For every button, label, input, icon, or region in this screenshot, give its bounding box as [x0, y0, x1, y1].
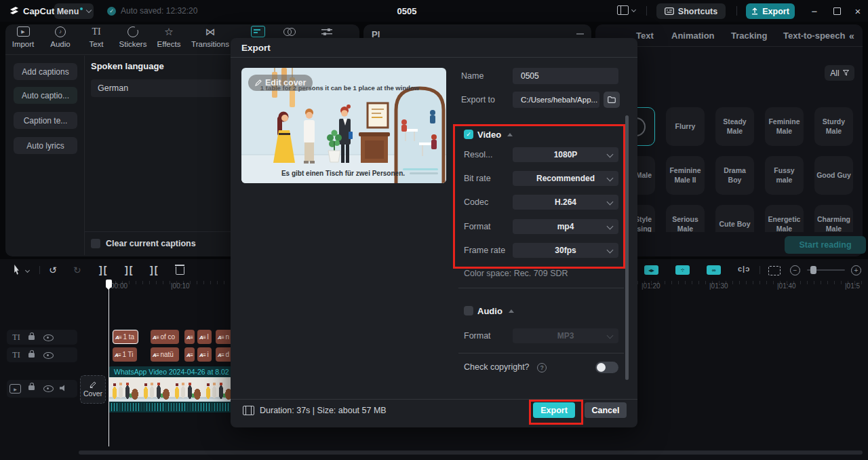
lock-icon[interactable] — [28, 349, 35, 358]
cover-bottom-caption: Es gibt einen Tisch für zwei Personen. — [281, 170, 405, 177]
voice-filter-button[interactable]: All — [825, 65, 854, 81]
name-input[interactable]: 0505 — [513, 68, 618, 84]
preview-frame-icon[interactable] — [768, 266, 781, 275]
collapse-panel-icon[interactable]: « — [849, 31, 854, 41]
tab-tracking[interactable]: Tracking — [731, 31, 767, 41]
sidebar-item-auto-captions[interactable]: Auto captio... — [14, 87, 77, 104]
menu-button[interactable]: Menu — [54, 3, 94, 19]
browse-folder-button[interactable] — [604, 92, 620, 108]
sidebar-item-add-captions[interactable]: Add captions — [14, 63, 77, 80]
toolbar-transitions[interactable]: ⋈ Transitions — [192, 26, 229, 48]
delete-left-icon[interactable]: ][ — [125, 265, 134, 275]
caption-segment[interactable]: natü — [151, 347, 179, 362]
tab-animation[interactable]: Animation — [671, 31, 715, 41]
document-title: 0505 — [366, 6, 448, 16]
eye-icon[interactable] — [43, 334, 54, 341]
tab-text-to-speech[interactable]: Text-to-speech — [783, 31, 846, 41]
annotation-box-export-button — [529, 400, 583, 425]
divider — [458, 288, 624, 288]
caption-segment[interactable]: of co — [151, 330, 179, 344]
close-button[interactable]: × — [849, 3, 867, 19]
split-icon[interactable]: ][ — [99, 265, 108, 275]
spoken-language-label: Spoken language — [91, 61, 164, 71]
caption-segment[interactable] — [184, 330, 195, 344]
edit-cover-button[interactable]: Edit cover — [248, 75, 313, 91]
caption-segment[interactable]: l — [197, 330, 212, 344]
divider — [736, 6, 737, 16]
audio-format-select[interactable]: MP3 — [513, 328, 618, 343]
voice-tile[interactable]: Fussy male — [765, 156, 804, 195]
eye-icon[interactable] — [43, 385, 54, 392]
playhead-line[interactable] — [108, 280, 110, 446]
voice-tile[interactable]: Drama Boy — [715, 156, 754, 195]
copyright-toggle[interactable] — [595, 362, 618, 373]
audio-section-label: Audio — [477, 306, 502, 316]
timeline-zoom-slider[interactable] — [807, 269, 845, 271]
zoom-in-icon[interactable]: + — [851, 265, 861, 275]
caption-icon — [153, 333, 159, 341]
layout-button[interactable] — [617, 5, 635, 15]
toolbar-audio[interactable]: ♪ Audio — [42, 26, 79, 48]
audio-checkbox[interactable] — [464, 306, 473, 315]
toolbar-captions[interactable] — [239, 26, 276, 37]
eye-icon[interactable] — [43, 352, 54, 359]
auto-snap-icon[interactable]: ⁘ — [675, 265, 690, 275]
slider-handle[interactable] — [810, 266, 816, 274]
voice-tile[interactable]: Sturdy Male — [814, 107, 853, 146]
voice-tile[interactable]: Feminine Male — [765, 107, 804, 146]
divider — [84, 56, 85, 255]
caption-icon — [199, 351, 205, 358]
cancel-button[interactable]: Cancel — [585, 402, 627, 418]
export-path-input[interactable]: C:/Users/hebah/App... — [513, 92, 599, 108]
voice-tile[interactable]: Feminine Male II — [666, 156, 705, 195]
export-summary: Duration: 37s | Size: about 57 MB — [243, 406, 387, 415]
text-track-icon: TI — [11, 332, 22, 343]
voice-tile[interactable]: Steady Male — [715, 107, 754, 146]
maximize-button[interactable] — [828, 3, 846, 19]
undo-icon[interactable]: ↺ — [49, 265, 57, 275]
toolbar-import[interactable]: ▶ Import — [5, 26, 41, 48]
chevron-down-icon — [86, 7, 92, 13]
zoom-out-icon[interactable]: − — [790, 265, 800, 275]
delete-icon[interactable] — [176, 267, 184, 275]
toolbar-text[interactable]: TI Text — [78, 26, 115, 48]
voice-tile[interactable]: Flurry — [666, 107, 705, 146]
divider — [458, 353, 624, 353]
ruler-label: |01:20 — [642, 282, 660, 290]
transitions-icon: ⋈ — [205, 26, 216, 37]
toolbar-effects[interactable]: ☆ Effects — [151, 26, 187, 48]
dialog-scrollbar[interactable] — [625, 115, 629, 380]
caption-segment[interactable]: i — [197, 347, 212, 362]
player-collapse-icon[interactable] — [576, 33, 584, 35]
caption-segment[interactable] — [184, 347, 195, 362]
link-clips-icon[interactable]: ∞ — [707, 265, 721, 275]
titlebar-export-button[interactable]: Export — [746, 3, 795, 19]
speaker-icon[interactable] — [60, 385, 66, 391]
voice-tile[interactable]: Good Guy — [814, 156, 853, 195]
toolbar-stickers[interactable]: Stickers — [115, 26, 151, 48]
tab-text[interactable]: Text — [636, 31, 654, 41]
annotation-box-video-settings — [453, 124, 625, 269]
caption-segment[interactable]: 1 Ti — [113, 347, 137, 362]
lock-icon[interactable] — [28, 332, 35, 340]
start-reading-button[interactable]: Start reading — [785, 236, 866, 254]
main-track-magnet-icon[interactable]: ◂▸ — [644, 265, 658, 275]
minimize-button[interactable]: − — [806, 3, 823, 19]
sidebar-item-caption-templates[interactable]: Caption te... — [14, 112, 77, 129]
help-icon[interactable]: ? — [537, 363, 547, 372]
cover-button[interactable]: Cover — [80, 375, 106, 404]
caption-segment[interactable]: 1 ta — [113, 330, 138, 344]
clear-captions-checkbox[interactable] — [91, 239, 100, 248]
horizontal-scrollbar[interactable] — [79, 451, 863, 455]
collapse-caret-icon[interactable] — [509, 309, 514, 313]
playhead-handle[interactable] — [106, 280, 112, 288]
split-view-icon[interactable]: c|ɔ — [738, 265, 750, 273]
delete-right-icon[interactable]: ][ — [150, 265, 159, 275]
filters-icon — [283, 26, 296, 37]
toolbar-filters[interactable] — [271, 26, 308, 37]
toolbar-adjust[interactable] — [309, 26, 345, 37]
lock-icon[interactable] — [28, 382, 35, 390]
shortcuts-button[interactable]: Shortcuts — [656, 3, 726, 19]
sidebar-item-auto-lyrics[interactable]: Auto lyrics — [14, 137, 77, 154]
redo-icon[interactable]: ↻ — [73, 265, 81, 275]
